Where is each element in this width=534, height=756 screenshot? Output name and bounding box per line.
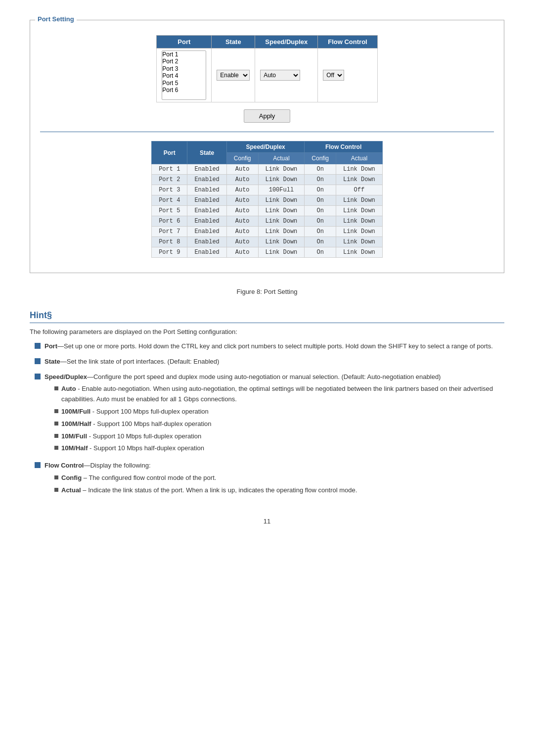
sub-item-text: 10M/Half - Support 10 Mbps half-duplex o… [61, 443, 504, 454]
table-cell: Link Down [336, 175, 383, 185]
table-cell: Port 7 [152, 227, 187, 237]
table-cell: Link Down [336, 227, 383, 237]
divider [40, 132, 494, 132]
sub-item-bold: 10M/Half [61, 444, 88, 452]
sub-bullet-icon [54, 409, 58, 413]
sub-item-text: 10M/Full - Support 10 Mbps full-duplex o… [61, 431, 504, 442]
table-row: Port 1EnabledAutoLink DownOnLink Down [152, 164, 383, 175]
hint-item-text: Port—Set up one or more ports. Hold down… [44, 341, 504, 352]
sub-item: 10M/Full - Support 10 Mbps full-duplex o… [54, 431, 504, 442]
hint-bullet-icon [35, 343, 41, 349]
sub-item: 100M/Full - Support 100 Mbps full-duplex… [54, 407, 504, 417]
table-cell: Off [336, 185, 383, 195]
sub-item: 10M/Half - Support 10 Mbps half-duplex o… [54, 443, 504, 454]
col-header-flow: Flow Control [318, 36, 377, 48]
table-cell: Enabled [187, 195, 226, 206]
status-col-port: Port [152, 142, 187, 164]
sub-item-text: 100M/Half - Support 100 Mbps half-duplex… [61, 419, 504, 429]
flow-cell: Off On [318, 48, 377, 102]
sub-item-bold: 10M/Full [61, 432, 87, 440]
sub-item: Config – The configured flow control mod… [54, 473, 504, 483]
speed-cell: Auto 100M/Full 100M/Half 10M/Full 10M/Ha… [255, 48, 318, 102]
table-cell: Auto [226, 216, 258, 227]
page-container: Port Setting Port State Speed/Duplex Flo… [30, 20, 504, 525]
table-cell: Port 6 [152, 216, 187, 227]
sub-item-text: Auto - Enable auto-negotiation. When usi… [61, 384, 504, 405]
table-cell: Auto [226, 247, 258, 258]
sub-bullet-icon [54, 446, 58, 450]
col-header-port: Port [157, 36, 212, 48]
table-cell: Auto [226, 164, 258, 175]
table-cell: Link Down [336, 247, 383, 258]
sub-item-bold: 100M/Full [61, 408, 90, 415]
table-cell: Enabled [187, 237, 226, 247]
table-cell: Port 8 [152, 237, 187, 247]
hint-item: State—Set the link state of port interfa… [30, 357, 504, 367]
sub-item-bold: 100M/Half [61, 420, 91, 427]
table-cell: Port 2 [152, 175, 187, 185]
status-col-flow-group: Flow Control [305, 142, 383, 153]
flow-select[interactable]: Off On [323, 70, 344, 81]
table-cell: Enabled [187, 227, 226, 237]
hint-title: Hint§ [30, 310, 504, 323]
table-cell: Link Down [258, 216, 305, 227]
config-form-table: Port State Speed/Duplex Flow Control Por… [156, 35, 377, 102]
status-col-flow-actual: Actual [336, 153, 383, 164]
port-setting-title: Port Setting [35, 15, 77, 23]
table-cell: Enabled [187, 185, 226, 195]
hint-intro: The following parameters are displayed o… [30, 328, 504, 335]
state-select[interactable]: Enable Disable [217, 70, 250, 81]
hint-bullet-icon [35, 374, 41, 379]
table-row: Port 6EnabledAutoLink DownOnLink Down [152, 216, 383, 227]
table-cell: Auto [226, 206, 258, 216]
table-row: Port 9EnabledAutoLink DownOnLink Down [152, 247, 383, 258]
hint-item-text: Speed/Duplex—Configure the port speed an… [44, 372, 504, 456]
apply-button[interactable]: Apply [244, 109, 291, 123]
table-row: Port 2EnabledAutoLink DownOnLink Down [152, 175, 383, 185]
hint-item-text: State—Set the link state of port interfa… [44, 357, 504, 367]
col-header-state: State [212, 36, 255, 48]
table-cell: Link Down [336, 206, 383, 216]
table-cell: Enabled [187, 164, 226, 175]
table-row: Port 3EnabledAuto100FullOnOff [152, 185, 383, 195]
table-cell: On [305, 164, 336, 175]
table-cell: Link Down [336, 216, 383, 227]
hint-item-bold: Flow Control [44, 462, 84, 469]
table-row: Port 5EnabledAutoLink DownOnLink Down [152, 206, 383, 216]
table-cell: Auto [226, 175, 258, 185]
table-cell: Auto [226, 227, 258, 237]
table-cell: Port 4 [152, 195, 187, 206]
status-col-flow-config: Config [305, 153, 336, 164]
sub-item-text: 100M/Full - Support 100 Mbps full-duplex… [61, 407, 504, 417]
status-table-wrap: Port State Speed/Duplex Flow Control Con… [40, 141, 494, 258]
status-col-speed-actual: Actual [258, 153, 305, 164]
page-number: 11 [30, 518, 504, 525]
hint-section: Hint§ The following parameters are displ… [30, 310, 504, 498]
sub-item-text: Actual – Indicate the link status of the… [61, 485, 504, 496]
table-cell: On [305, 247, 336, 258]
status-table: Port State Speed/Duplex Flow Control Con… [151, 141, 383, 258]
port-listbox[interactable]: Port 1 Port 2 Port 3 Port 4 Port 5 Port … [162, 50, 206, 100]
col-header-speed: Speed/Duplex [255, 36, 318, 48]
table-cell: Auto [226, 185, 258, 195]
sub-items: Auto - Enable auto-negotiation. When usi… [54, 384, 504, 454]
table-cell: On [305, 175, 336, 185]
figure-caption: Figure 8: Port Setting [30, 288, 504, 295]
table-cell: 100Full [258, 185, 305, 195]
table-cell: On [305, 185, 336, 195]
sub-bullet-icon [54, 475, 58, 479]
sub-item-bold: Config [61, 474, 82, 481]
table-cell: Link Down [336, 195, 383, 206]
sub-bullet-icon [54, 488, 58, 492]
status-col-state: State [187, 142, 226, 164]
table-cell: Link Down [258, 237, 305, 247]
sub-bullet-icon [54, 434, 58, 438]
sub-bullet-icon [54, 386, 58, 390]
hint-item-bold: Speed/Duplex [44, 373, 87, 380]
speed-select[interactable]: Auto 100M/Full 100M/Half 10M/Full 10M/Ha… [260, 70, 300, 81]
table-cell: On [305, 206, 336, 216]
table-row: Port 8EnabledAutoLink DownOnLink Down [152, 237, 383, 247]
sub-item: 100M/Half - Support 100 Mbps half-duplex… [54, 419, 504, 429]
table-cell: On [305, 237, 336, 247]
sub-bullet-icon [54, 422, 58, 425]
